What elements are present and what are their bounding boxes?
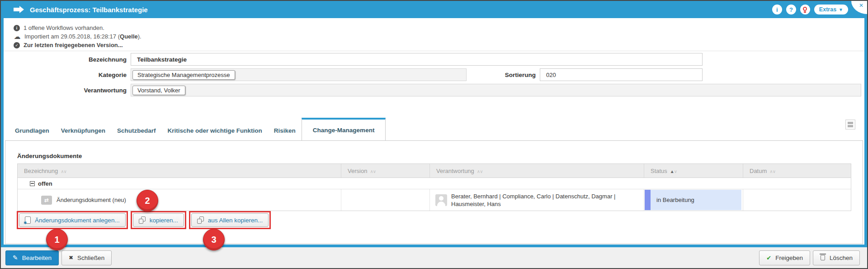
info-circle-icon: i <box>14 25 20 31</box>
verantwortung-label: Verantwortung <box>1 87 127 94</box>
column-header-bezeichnung[interactable]: Bezeichnung ∧∨ <box>18 164 341 178</box>
extras-button[interactable]: Extras ▼ <box>814 5 848 14</box>
table-action-buttons: ✱ Änderungsdokument anlegen... kopieren.… <box>17 211 271 229</box>
idea-bulb-button[interactable] <box>800 5 810 14</box>
extras-label: Extras <box>819 6 836 13</box>
column-header-version[interactable]: Version ∧∨ <box>341 164 430 178</box>
button-label: kopieren... <box>150 217 178 224</box>
button-label: Änderungsdokument anlegen... <box>35 217 120 224</box>
button-label: Löschen <box>830 255 853 261</box>
check-icon: ✔ <box>766 255 771 261</box>
button-label: Bearbeiten <box>22 255 52 261</box>
kategorie-field[interactable]: Strategische Managementprozesse <box>131 68 467 81</box>
bezeichnung-input[interactable] <box>131 53 703 66</box>
column-header-status[interactable]: Status ▲∨ <box>644 164 743 178</box>
copy-button[interactable]: kopieren... <box>133 213 184 227</box>
close-window-button[interactable]: ✖ Schließen <box>61 250 112 265</box>
process-arrow-icon <box>14 6 24 13</box>
sort-icons: ∧∨ <box>370 168 376 174</box>
column-header-datum[interactable]: Datum ∧∨ <box>743 164 851 178</box>
change-document-icon: ⇄ <box>41 196 52 205</box>
tab-schutzbedarf[interactable]: Schutzbedarf <box>111 118 162 140</box>
help-button[interactable]: ? <box>786 5 796 14</box>
sort-icons: ∧∨ <box>477 168 483 174</box>
table-header: Bezeichnung ∧∨ Version ∧∨ Verantwortung … <box>18 164 851 178</box>
sort-icons: ∧∨ <box>61 168 66 174</box>
edit-pencil-icon: ✎ <box>13 254 18 261</box>
release-button[interactable]: ✔ Freigeben <box>759 250 810 265</box>
delete-button[interactable]: Löschen <box>813 250 860 265</box>
sort-asc-active-icon: ▲ <box>670 169 674 174</box>
collapse-icon[interactable] <box>30 181 35 186</box>
group-label: offen <box>38 180 52 187</box>
tab-bar: Grundlagen Verknüpfungen Schutzbedarf Kr… <box>9 118 386 140</box>
notice-text: Zur letzten freigegebenen Version... <box>24 42 123 48</box>
notice-last-version-link[interactable]: ✓ Zur letzten freigegebenen Version... <box>14 41 142 49</box>
document-title: Änderungsdokument (neu) <box>57 197 126 203</box>
tab-risiken[interactable]: Risiken <box>268 118 302 140</box>
layout-toggle-icon <box>848 122 853 124</box>
annotation-badge-2: 2 <box>137 190 158 211</box>
column-label: Datum <box>750 168 767 174</box>
kategorie-chip[interactable]: Strategische Managementprozesse <box>132 70 235 80</box>
copy-icon <box>139 216 146 224</box>
button-label: Freigeben <box>775 255 803 261</box>
page-title: Geschäftsprozess: Teilbankstrategie <box>30 6 148 14</box>
copy-from-all-button[interactable]: aus Allen kopieren... <box>191 213 269 227</box>
button-label: Schließen <box>77 255 104 261</box>
sort-icons: ▲∨ <box>670 168 677 174</box>
new-document-icon: ✱ <box>25 216 31 224</box>
notice-list: i 1 offene Workflows vorhanden. ☁ Import… <box>14 24 142 49</box>
close-x-icon: ✖ <box>69 255 73 261</box>
edit-button[interactable]: ✎ Bearbeiten <box>5 250 59 265</box>
sort-icons: ∧∨ <box>769 168 775 174</box>
source-link[interactable]: Quelle <box>120 33 138 40</box>
chevron-down-icon: ▼ <box>839 7 843 12</box>
cloud-download-icon: ☁ <box>14 34 21 40</box>
status-badge: in Bearbeitung <box>645 190 741 210</box>
section-title: Änderungsdokumente <box>17 153 82 159</box>
tab-kritische-funktion[interactable]: Kritische oder wichtige Funktion <box>162 118 268 140</box>
info-button[interactable]: i <box>772 5 782 14</box>
copy-icon <box>197 216 204 224</box>
status-progress-bar <box>645 190 651 210</box>
verantwortung-field[interactable]: Vorstand, Volker <box>131 84 861 96</box>
tab-change-management[interactable]: Change-Management <box>302 118 386 140</box>
footer-right-actions: ✔ Freigeben Löschen <box>759 250 860 265</box>
group-row-offen[interactable]: offen <box>18 178 851 189</box>
sort-desc-icon: ∨ <box>674 169 677 174</box>
tab-grundlagen[interactable]: Grundlagen <box>9 118 55 140</box>
tab-verknuepfungen[interactable]: Verknüpfungen <box>55 118 111 140</box>
annotation-badge-3: 3 <box>203 229 225 250</box>
frame-right <box>864 18 867 247</box>
kategorie-label: Kategorie <box>1 72 127 78</box>
annotation-box-2: kopieren... <box>131 211 186 229</box>
check-circle-icon: ✓ <box>14 42 20 48</box>
app-window: Geschäftsprozess: Teilbankstrategie i ? … <box>0 0 868 269</box>
verantwortung-chip[interactable]: Vorstand, Volker <box>132 86 185 95</box>
responsible-persons: Berater, Bernhard | Compliance, Carlo | … <box>451 192 615 208</box>
bulb-icon <box>803 7 807 11</box>
sort-desc-icon: ∨ <box>64 169 66 174</box>
notice-workflows: i 1 offene Workflows vorhanden. <box>14 24 142 32</box>
sort-desc-icon: ∨ <box>373 169 376 174</box>
trash-icon <box>820 255 826 261</box>
cell-datum <box>743 189 851 211</box>
notice-text: Importiert am 29.05.2018, 16:28:17 (Quel… <box>24 33 142 40</box>
titlebar: Geschäftsprozess: Teilbankstrategie i ? … <box>1 1 867 18</box>
annotation-badge-1: 1 <box>46 229 68 250</box>
column-label: Version <box>348 168 367 174</box>
column-header-verantwortung[interactable]: Verantwortung ∧∨ <box>430 164 644 178</box>
notice-import: ☁ Importiert am 29.05.2018, 16:28:17 (Qu… <box>14 32 142 41</box>
footer-bar: ✎ Bearbeiten ✖ Schließen ✔ Freigeben Lös… <box>1 247 867 268</box>
sortierung-input[interactable] <box>540 68 703 81</box>
person-avatar-icon <box>435 194 447 206</box>
close-button[interactable]: ✕ <box>859 2 863 9</box>
layout-toggle-button[interactable] <box>845 120 855 130</box>
bezeichnung-label: Bezeichnung <box>1 56 127 63</box>
annotation-box-1: ✱ Änderungsdokument anlegen... <box>17 211 128 229</box>
sort-desc-icon: ∨ <box>480 169 482 174</box>
cell-version <box>341 189 430 211</box>
cell-verantwortung: Berater, Bernhard | Compliance, Carlo | … <box>430 189 644 211</box>
create-change-document-button[interactable]: ✱ Änderungsdokument anlegen... <box>19 213 126 227</box>
